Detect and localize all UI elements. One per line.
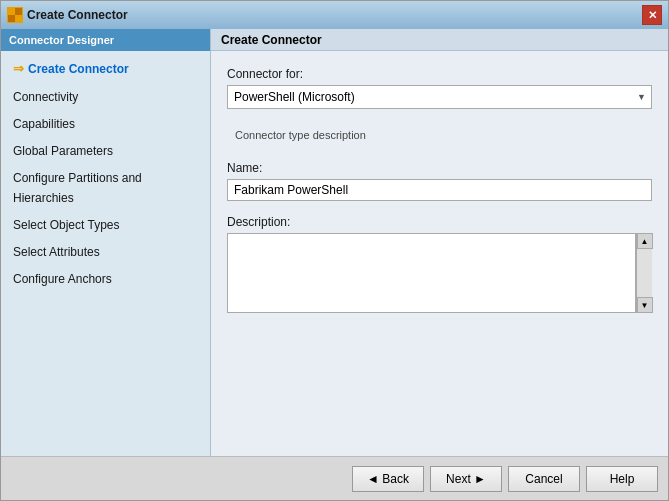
sidebar-item-label: Capabilities: [13, 117, 75, 131]
description-label: Description:: [227, 215, 652, 229]
connector-for-group: Connector for: PowerShell (Microsoft): [227, 67, 652, 109]
form-spacer: [227, 327, 652, 387]
right-panel-header: Create Connector: [211, 29, 668, 51]
footer: ◄ Back Next ► Cancel Help: [1, 456, 668, 500]
main-window: Create Connector ✕ Connector Designer Cr…: [0, 0, 669, 501]
sidebar-item-global-parameters[interactable]: Global Parameters: [1, 138, 210, 165]
connector-for-label: Connector for:: [227, 67, 652, 81]
app-icon: [7, 7, 23, 23]
sidebar-item-configure-anchors[interactable]: Configure Anchors: [1, 266, 210, 293]
sidebar-items: Create Connector Connectivity Capabiliti…: [1, 51, 210, 297]
sidebar: Connector Designer Create Connector Conn…: [1, 29, 211, 456]
close-button[interactable]: ✕: [642, 5, 662, 25]
sidebar-item-create-connector[interactable]: Create Connector: [1, 55, 210, 84]
description-textarea[interactable]: [227, 233, 636, 313]
cancel-button[interactable]: Cancel: [508, 466, 580, 492]
window-title: Create Connector: [27, 8, 128, 22]
sidebar-item-connectivity[interactable]: Connectivity: [1, 84, 210, 111]
description-group: Description: ▲ ▼: [227, 215, 652, 313]
connector-for-select[interactable]: PowerShell (Microsoft): [227, 85, 652, 109]
name-group: Name:: [227, 161, 652, 201]
svg-rect-2: [8, 15, 15, 22]
right-panel-body: Connector for: PowerShell (Microsoft) Co…: [211, 51, 668, 456]
name-label: Name:: [227, 161, 652, 175]
sidebar-item-label: Select Attributes: [13, 245, 100, 259]
next-button[interactable]: Next ►: [430, 466, 502, 492]
sidebar-item-label: Configure Anchors: [13, 272, 112, 286]
connector-type-description: Connector type description: [227, 123, 652, 147]
right-panel: Create Connector Connector for: PowerShe…: [211, 29, 668, 456]
connector-for-select-wrapper: PowerShell (Microsoft): [227, 85, 652, 109]
sidebar-header: Connector Designer: [1, 29, 210, 51]
sidebar-item-label: Connectivity: [13, 90, 78, 104]
svg-rect-1: [15, 8, 22, 15]
main-content: Connector Designer Create Connector Conn…: [1, 29, 668, 456]
back-button[interactable]: ◄ Back: [352, 466, 424, 492]
name-input[interactable]: [227, 179, 652, 201]
sidebar-item-select-object-types[interactable]: Select Object Types: [1, 212, 210, 239]
description-textarea-wrapper: ▲ ▼: [227, 233, 652, 313]
svg-rect-0: [8, 8, 15, 15]
scrollbar-up[interactable]: ▲: [637, 233, 653, 249]
sidebar-item-select-attributes[interactable]: Select Attributes: [1, 239, 210, 266]
sidebar-item-label: Select Object Types: [13, 218, 120, 232]
title-bar: Create Connector ✕: [1, 1, 668, 29]
sidebar-item-label: Global Parameters: [13, 144, 113, 158]
sidebar-item-capabilities[interactable]: Capabilities: [1, 111, 210, 138]
svg-rect-3: [15, 15, 22, 22]
help-button[interactable]: Help: [586, 466, 658, 492]
sidebar-item-configure-partitions[interactable]: Configure Partitions and Hierarchies: [1, 165, 210, 211]
description-scrollbar: ▲ ▼: [636, 233, 652, 313]
scrollbar-down[interactable]: ▼: [637, 297, 653, 313]
sidebar-item-label: Create Connector: [28, 60, 129, 79]
title-bar-left: Create Connector: [7, 7, 128, 23]
sidebar-item-label: Configure Partitions and Hierarchies: [13, 171, 142, 204]
